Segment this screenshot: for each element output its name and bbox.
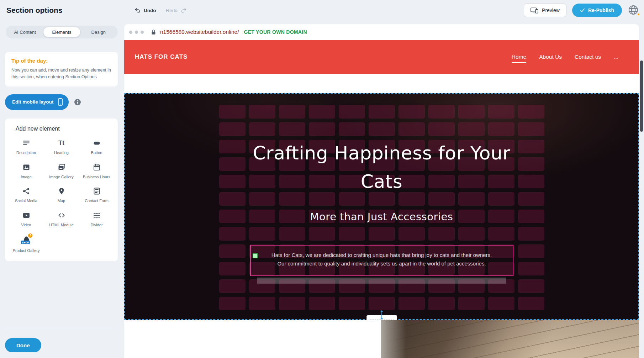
hero-tile bbox=[249, 297, 275, 310]
hero-tile bbox=[219, 297, 246, 310]
business-hours-icon bbox=[93, 163, 101, 172]
hero-tile bbox=[369, 297, 395, 310]
hero-tile bbox=[518, 140, 544, 153]
redo-button[interactable]: Redo bbox=[166, 7, 187, 13]
nav-home[interactable]: Home bbox=[512, 54, 526, 60]
hero-heading[interactable]: Crafting Happiness for Your Cats bbox=[247, 139, 517, 196]
next-section-preview bbox=[124, 320, 639, 358]
redo-icon bbox=[180, 7, 187, 13]
add-element-description[interactable]: Description bbox=[9, 138, 44, 156]
hero-tile bbox=[428, 122, 455, 136]
hero-subheading[interactable]: More than Just Accessories bbox=[125, 211, 638, 223]
add-element-divider[interactable]: Divider bbox=[79, 211, 114, 228]
add-element-button[interactable]: Button bbox=[79, 138, 114, 156]
hero-tile bbox=[369, 105, 395, 119]
hero-tile bbox=[249, 105, 275, 119]
tab-design[interactable]: Design bbox=[80, 27, 117, 37]
nav-contact-us[interactable]: Contact us bbox=[575, 54, 601, 60]
add-element-video[interactable]: Video bbox=[9, 211, 44, 228]
get-domain-link[interactable]: GET YOUR OWN DOMAIN bbox=[244, 29, 307, 35]
add-element-map[interactable]: Map bbox=[44, 186, 79, 204]
scrollbar-thumb[interactable] bbox=[640, 60, 643, 132]
hero-tile bbox=[518, 122, 544, 136]
hero-tile bbox=[219, 244, 246, 258]
heading-icon: Tt bbox=[58, 138, 64, 148]
topbar: Section options Undo Redo Preview Re-P bbox=[0, 0, 644, 21]
button-icon bbox=[93, 138, 101, 148]
republish-button[interactable]: Re-Publish bbox=[572, 4, 622, 17]
sidebar-tabs: AI Content Elements Design bbox=[6, 26, 118, 38]
hero-tile bbox=[309, 122, 335, 136]
tab-elements[interactable]: Elements bbox=[43, 27, 80, 37]
resize-arrows-icon bbox=[379, 310, 384, 320]
hero-tile bbox=[219, 227, 246, 241]
site-header: HATS FOR CATS Home About Us Contact us .… bbox=[124, 40, 639, 74]
add-element-image[interactable]: Image bbox=[9, 163, 44, 180]
hero-tile bbox=[488, 227, 514, 241]
preview-button[interactable]: Preview bbox=[524, 4, 566, 17]
window-dot bbox=[129, 31, 132, 34]
hero-tile bbox=[309, 297, 335, 310]
hero-tile bbox=[428, 297, 455, 310]
hero-tile bbox=[249, 122, 275, 136]
add-element-image-gallery[interactable]: Image Gallery bbox=[44, 163, 79, 180]
sidebar-divider bbox=[4, 328, 116, 328]
add-element-business-hours[interactable]: Business Hours bbox=[79, 163, 114, 180]
hero-tile bbox=[518, 157, 544, 171]
nav-about-us[interactable]: About Us bbox=[539, 54, 562, 60]
hero-tile bbox=[488, 105, 514, 119]
add-element-contact-form[interactable]: Contact Form bbox=[79, 186, 114, 204]
hero-tile bbox=[369, 122, 395, 136]
hero-paragraph-line-2: Our commitment to quality and individual… bbox=[257, 259, 506, 268]
check-icon bbox=[580, 8, 585, 12]
hero-tile bbox=[339, 122, 365, 136]
tip-title: Tip of the day: bbox=[11, 58, 111, 64]
hero-tile bbox=[339, 297, 365, 310]
page-title: Section options bbox=[6, 6, 63, 15]
nav-more[interactable]: ... bbox=[614, 54, 618, 60]
hero-tile bbox=[219, 279, 246, 293]
hero-tile bbox=[458, 227, 485, 241]
browser-chrome: n1566589.websitebuilder.online/ GET YOUR… bbox=[124, 24, 639, 40]
map-pin-icon bbox=[57, 186, 66, 196]
topbar-actions: Preview Re-Publish bbox=[524, 0, 640, 21]
drag-handle[interactable] bbox=[253, 253, 258, 258]
site-logo[interactable]: HATS FOR CATS bbox=[135, 53, 188, 60]
hero-tile bbox=[219, 192, 246, 206]
add-element-title: Add new element bbox=[16, 126, 114, 132]
window-dots bbox=[129, 31, 144, 34]
redo-label: Redo bbox=[166, 8, 178, 13]
video-icon bbox=[22, 211, 31, 220]
hero-tile bbox=[398, 105, 425, 119]
info-icon[interactable] bbox=[74, 99, 81, 106]
republish-label: Re-Publish bbox=[588, 7, 614, 13]
window-dot bbox=[135, 31, 138, 34]
hero-tile bbox=[219, 105, 246, 119]
done-button[interactable]: Done bbox=[5, 338, 41, 352]
tip-card: Tip of the day: Now you can add, move an… bbox=[5, 52, 118, 86]
selected-text-element[interactable]: Hats for Cats, we are dedicated to craft… bbox=[250, 245, 513, 276]
add-element-html-module[interactable]: HTML Module bbox=[44, 211, 79, 228]
add-element-product-gallery[interactable]: SHOP Product Gallery bbox=[9, 235, 44, 253]
hero-tile bbox=[309, 105, 335, 119]
hero-tile bbox=[279, 122, 305, 136]
site-url[interactable]: n1566589.websitebuilder.online/ bbox=[160, 29, 239, 35]
hero-paragraph-line-1: Hats for Cats, we are dedicated to craft… bbox=[257, 251, 506, 259]
selected-hero-section[interactable]: Crafting Happiness for Your Cats More th… bbox=[124, 93, 639, 320]
window-dot bbox=[141, 31, 144, 34]
hero-tile bbox=[428, 105, 455, 119]
add-element-heading[interactable]: Tt Heading bbox=[44, 138, 79, 156]
tab-ai-content[interactable]: AI Content bbox=[7, 27, 43, 37]
tip-body: Now you can add, move and resize any ele… bbox=[11, 67, 111, 81]
hero-tile bbox=[458, 105, 485, 119]
sidebar: AI Content Elements Design Tip of the da… bbox=[0, 21, 124, 358]
undo-button[interactable]: Undo bbox=[134, 7, 156, 13]
language-globe-button[interactable] bbox=[628, 4, 640, 16]
hero-tile bbox=[518, 175, 544, 188]
phone-icon bbox=[58, 98, 63, 106]
divider-icon bbox=[93, 211, 101, 220]
edit-mobile-layout-button[interactable]: Edit mobile layout bbox=[5, 94, 69, 110]
lock-icon bbox=[151, 29, 156, 35]
hero-tile bbox=[458, 297, 485, 310]
add-element-social-media[interactable]: Social Media bbox=[9, 186, 44, 204]
